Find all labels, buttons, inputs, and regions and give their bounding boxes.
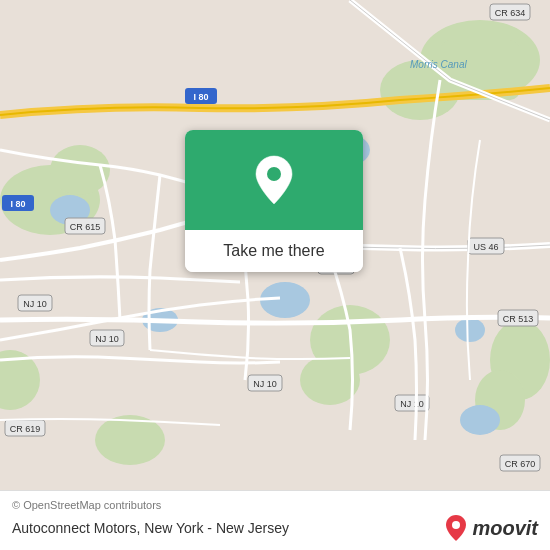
take-me-there-button[interactable]: Take me there [185,230,363,272]
svg-text:NJ 10: NJ 10 [253,379,277,389]
svg-text:Morris Canal: Morris Canal [410,59,467,70]
cta-green-area [185,130,363,230]
svg-point-46 [267,167,281,181]
map-attribution: © OpenStreetMap contributors [12,499,538,511]
location-name: Autoconnect Motors, New York - New Jerse… [12,520,289,536]
map-container: I 80 Morris Canal CR 634 US 46 US 46 NJ … [0,0,550,490]
svg-text:NJ 10: NJ 10 [400,399,424,409]
svg-text:NJ 10: NJ 10 [23,299,47,309]
svg-text:I 80: I 80 [193,92,208,102]
location-info: Autoconnect Motors, New York - New Jerse… [12,514,538,542]
svg-point-17 [460,405,500,435]
moovit-logo: moovit [444,514,538,542]
moovit-pin-icon [444,514,468,542]
map-pin-icon [252,154,296,206]
svg-point-47 [452,521,460,529]
svg-text:CR 619: CR 619 [10,424,41,434]
svg-text:CR 513: CR 513 [503,314,534,324]
svg-text:CR 634: CR 634 [495,8,526,18]
moovit-text: moovit [472,517,538,540]
svg-text:I 80: I 80 [10,199,25,209]
cta-card: Take me there [185,130,363,272]
svg-text:CR 615: CR 615 [70,222,101,232]
svg-point-16 [455,318,485,342]
svg-text:NJ 10: NJ 10 [95,334,119,344]
svg-text:CR 670: CR 670 [505,459,536,469]
bottom-bar: © OpenStreetMap contributors Autoconnect… [0,490,550,550]
svg-text:US 46: US 46 [473,242,498,252]
